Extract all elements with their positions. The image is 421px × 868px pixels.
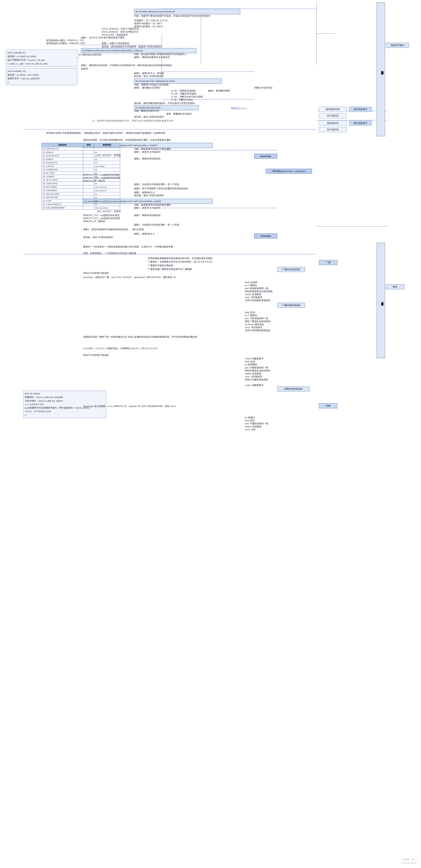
access-p1: 参数1：要判断的文件路径 <box>134 86 203 89</box>
multicast-socket-create: socket: 创建套接字 <box>245 357 291 360</box>
multicast-udp-client2: 类似于UDP的客户端流程 <box>83 353 153 357</box>
socket-ipv4: 使用IPv4的通信 = AF_INET <box>134 22 199 25</box>
sockaddr-un-title: struct sockaddr_un{ <box>7 69 76 73</box>
table-cell <box>83 185 94 189</box>
ip-mreqn-note: 可以为0，表示系统默认选择 <box>25 410 105 413</box>
table-cell: struct timeval <box>94 189 120 192</box>
domain-socket-concept: 域套接字概念 <box>386 43 409 48</box>
table-cell: SO_DONTROUTE <box>42 154 83 158</box>
table-cell: SO_DEBUG <box>42 151 83 154</box>
setsockopt-p4: 参数4：设置当前套接字选项的容器起始地址，一般/uint类型 <box>83 228 217 231</box>
socket-tcp-proto: 使用原始的tcp通信 = IPPROTO→TCP <box>46 39 111 42</box>
table-row: SO_SNDLOWATint <box>42 182 120 185</box>
table-cell: int <box>94 192 120 196</box>
chapter4-concept: 概念 <box>386 284 404 289</box>
broadcast-close-send: close: 关闭套接字 <box>245 296 291 299</box>
table-row: SO_REUSEADDRint <box>42 192 120 196</box>
sock-stream: SOCK_STREAM：支持TCP通信方式 <box>102 27 166 31</box>
ip-mreqn-close: }; <box>25 413 105 417</box>
table-cell: SO_SNDTIMEO <box>42 189 83 192</box>
table-header-type: 数据类型 <box>94 143 120 147</box>
bind-desc: 功能：将ip地址和端口号绑定到套接字文件描述符上 <box>134 53 215 56</box>
connector-lines <box>0 0 421 868</box>
domain-client-impl: 客户端实现 <box>319 113 347 118</box>
setsockopt-label: setsockopt <box>254 234 277 239</box>
table-cell: SO_RCVBUF <box>42 172 83 175</box>
sockaddr-in-addr: = unit32_t s_addr = struct in_addr sin_a… <box>7 62 76 66</box>
setsockopt-ipproto-ip: IPPROTO_IP：网络层 <box>83 220 129 223</box>
access-desc: 功能：判断用户对指定文件的权限 <box>134 83 215 87</box>
table-cell <box>83 161 94 164</box>
socket-param3: 参数3：参数3个供内部协议 <box>102 42 166 45</box>
socket-func-signature: int socket(int damain,int type,int proto… <box>134 9 240 14</box>
multicast-ip: ip: 类型网络 <box>245 363 291 366</box>
chapter4-sidebar: 第四章 多点通 <box>377 243 385 358</box>
unlink-p1: 参数：要删除的文件路径 <box>166 112 231 116</box>
domain-stream-label: 流式域套接字 <box>349 107 372 112</box>
broadcast-bind-info: 绑定接收端地址信息结构体 <box>245 290 303 293</box>
bind-p1: 参数1：要绑定的套接字文件描述符 <box>134 56 215 59</box>
getsockopt-p2: 参数2：网络体系结构的层 <box>134 157 203 160</box>
table-row: SO_TYPEint <box>42 199 120 203</box>
broadcast-recv-bind-info: 绑定广播地址信息结构体 <box>245 320 303 323</box>
table-cell <box>83 154 94 158</box>
getsockopt-label: getsockopt <box>254 154 277 159</box>
multicast-port: port: 与接收端保持一致 <box>245 366 298 369</box>
broadcast-recvfrom: recvfrom: 接收信息 <box>245 323 291 326</box>
table-cell: struct ip_mreqn <box>94 206 120 210</box>
table-cell: SO_OOBINLINE <box>42 168 83 172</box>
sockaddr-in-port: 端口号网络字节序 = in_port_t sin_port <box>7 58 76 62</box>
access-fok: F_OK：判断文件存在 <box>171 98 231 101</box>
setsockopt-desc: 功能：设置套接字对应层的相关属性 <box>134 204 215 207</box>
table-cell <box>83 168 94 172</box>
socket-local: 本地通信 = AF_UNIX,AF_LOCAL <box>134 19 208 22</box>
page-number: 15(91页，共...) <box>401 858 416 861</box>
sockaddr-un-path: 套接字文件 = char sun_path[108] <box>7 77 76 81</box>
proto-p4: 参数4：用于存储获取下来的当前属性的容器起始地址 <box>134 187 226 190</box>
broadcast-desc: 广播通信不能使过路由器 <box>148 264 240 267</box>
sockaddr-in-struct: struct sockaddr_in{ 地址族 = sa_family sin_… <box>6 50 77 67</box>
param3-size: 参数3：参数2的大小，值传递 <box>134 72 203 75</box>
table-cell <box>83 178 94 182</box>
table-cell: int <box>94 172 120 175</box>
table-cell: int <box>94 151 120 154</box>
table-row: SO_BROADCAST <box>42 147 120 151</box>
main-container: int socket(int damain,int type,int proto… <box>0 0 421 868</box>
multicast-recv-sendto: sendto: 发送数据 <box>245 425 291 428</box>
broadcast-close-recv: close: 关闭套接字 <box>245 326 291 329</box>
broadcast-recv-bind: bind: 必须 <box>245 311 291 314</box>
setsockopt-broadcast: setsockopt：设置允许广播，level: SOL_SOCKET，optn… <box>83 276 217 279</box>
access-signature: int access(const char *pathname,int mode… <box>134 79 222 84</box>
multicast-concept-lower: 组播是实现同一网络下的一对多的通信方式 对加入多播的所有成员才能收到组播消息，并… <box>83 335 222 339</box>
table-row: IP_ADD_MEMBERSHIPstruct ip_mreqn <box>42 206 120 210</box>
domain-server-impl2: 服务端实现 <box>319 121 347 126</box>
table-row: SO_SNDBUFint <box>42 175 120 178</box>
broadcast-bind-p1: bind: 必须绑 <box>245 281 291 284</box>
table-cell: int <box>94 168 120 172</box>
table-cell: SO_BROADCAST <box>42 147 83 151</box>
sockaddr-un-close: }; <box>7 81 76 84</box>
multicast-multi-desc: 实现：对多路通信，一个发送者可以对应多个接收者 <box>83 251 217 255</box>
table-cell <box>83 203 94 206</box>
domain-dgram-label: 报式域套接字 <box>349 121 372 126</box>
access-xok: X_OK：判断文件的可执行权限 <box>171 95 231 98</box>
table-cell <box>83 158 94 161</box>
rate-limit-desc: 应用层中对端口号快速重用的限制 ← 网络通信过程中，套接字服务分发每个，每绑定对… <box>46 131 173 135</box>
multicast-concept: 数据从一个发送者到一个接收者的数据传输方式叫单播，之后的TCP、UDP通信都是单… <box>83 245 217 249</box>
bind-signature: int bind(int sockfd,const struct sockadd… <box>81 48 196 53</box>
table-row: SO_DEBUGint <box>42 151 120 154</box>
access-p2: 参数2：要判断的权限 <box>208 89 268 92</box>
broadcast-port-send: port: 和接收端保持一致 <box>245 287 291 290</box>
setsockopt-p5: 参数5：参数4的大小 <box>134 232 180 236</box>
setsockopt-ipproto-tcp2: IPPROTO_TCP：udp套接字的应用层 <box>83 217 148 220</box>
ip-mreqn-interface: 主机IP地址 = struct in_addr imr_address <box>25 399 105 403</box>
sockaddr-un-family: 地址族 = sa_family_t sun_family <box>7 73 76 77</box>
socket-func-desc: 功能：创建用于通信的套接字并返回，并返回当前套接字对应的文件描述符 <box>134 14 240 18</box>
multicast-bind: bind: 必须 <box>245 360 291 363</box>
ipv4-label: IPv4通信地址信息结构 <box>78 53 120 56</box>
options-table: 选项名称 说明 数据类型 SO_BROADCASTSO_DEBUGintSO_D… <box>41 143 120 210</box>
table-row: SO_REUSEPORTint <box>42 196 120 199</box>
table-cell <box>83 199 94 203</box>
broadcast-ip: 广播地址：当前网络主机号全为10的IP地址，如 192.168.125.255 <box>148 260 263 264</box>
sockaddr-in-title: struct sockaddr_in{ <box>7 51 76 55</box>
